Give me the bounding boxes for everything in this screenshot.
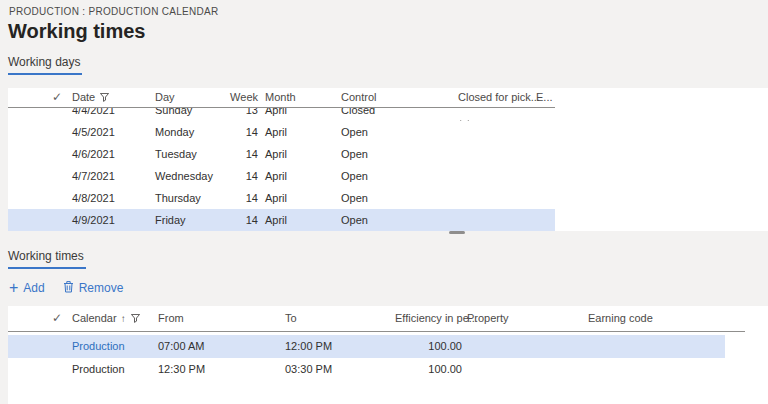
working-days-row[interactable]: 4/8/2021Thursday14AprilOpen: [8, 187, 555, 209]
add-button[interactable]: + Add: [9, 281, 45, 295]
cell-date[interactable]: 4/9/2021: [72, 209, 115, 231]
cell-control[interactable]: Open: [341, 165, 368, 187]
working-days-partial-row[interactable]: 4/4/2021Sunday13AprilClosed: [8, 108, 555, 121]
column-header-e[interactable]: E...: [536, 88, 553, 107]
column-header-calendar[interactable]: Calendar↑: [72, 306, 140, 332]
column-header-date-label: Date: [72, 91, 95, 103]
column-header-property[interactable]: Property: [467, 306, 509, 331]
working-days-row[interactable]: 4/5/2021Monday14AprilOpen: [8, 121, 555, 143]
cell-date[interactable]: 4/6/2021: [72, 143, 115, 165]
working-days-row[interactable]: 4/6/2021Tuesday14AprilOpen: [8, 143, 555, 165]
working-days-row[interactable]: 4/7/2021Wednesday14AprilOpen: [8, 165, 555, 187]
trash-icon: [63, 280, 74, 296]
cell-month[interactable]: April: [265, 143, 287, 165]
column-header-day[interactable]: Day: [155, 88, 175, 107]
page-title: Working times: [8, 20, 145, 43]
cell-to[interactable]: 03:30 PM: [285, 358, 332, 381]
tab-working-times-label: Working times: [8, 249, 84, 263]
column-header-from[interactable]: From: [158, 306, 184, 331]
cell-efficiency[interactable]: 100.00: [388, 358, 462, 381]
filter-icon[interactable]: [131, 307, 140, 332]
cell-day[interactable]: Sunday: [155, 108, 192, 121]
column-header-earning-code[interactable]: Earning code: [588, 306, 653, 331]
working-times-toolbar: + Add Remove: [9, 280, 123, 296]
cell-month[interactable]: April: [265, 165, 287, 187]
cell-month[interactable]: April: [265, 121, 287, 143]
remove-button-label: Remove: [79, 281, 124, 295]
cell-week[interactable]: 14: [208, 121, 258, 143]
column-header-date[interactable]: Date: [72, 88, 109, 108]
cell-month[interactable]: April: [265, 108, 287, 121]
sort-ascending-icon: ↑: [121, 313, 126, 324]
cell-month[interactable]: April: [265, 209, 287, 231]
working-days-partial-row-clip: 4/4/2021Sunday13AprilClosed: [8, 108, 768, 121]
column-header-calendar-label: Calendar: [72, 312, 117, 324]
cell-date[interactable]: 4/4/2021: [72, 108, 115, 121]
working-times-header-row: ✓ Calendar↑ From To Efficiency in pe... …: [8, 306, 745, 332]
column-header-month[interactable]: Month: [265, 88, 296, 107]
cell-control[interactable]: Open: [341, 209, 368, 231]
cell-week[interactable]: 14: [208, 165, 258, 187]
cell-control[interactable]: Open: [341, 187, 368, 209]
cell-week[interactable]: 14: [208, 209, 258, 231]
remove-button[interactable]: Remove: [63, 280, 124, 296]
cell-to[interactable]: 12:00 PM: [285, 335, 332, 358]
column-header-week[interactable]: Week: [208, 88, 258, 107]
working-days-header-row: ✓ Date Day Week Month Control Closed for…: [8, 88, 555, 108]
cell-control[interactable]: Open: [341, 121, 368, 143]
column-header-efficiency[interactable]: Efficiency in pe...: [395, 306, 478, 331]
cell-day[interactable]: Monday: [155, 121, 194, 143]
working-times-row[interactable]: Production12:30 PM03:30 PM100.00: [8, 358, 725, 381]
cell-day[interactable]: Thursday: [155, 187, 201, 209]
cell-from[interactable]: 12:30 PM: [158, 358, 205, 381]
cell-week[interactable]: 14: [208, 143, 258, 165]
column-header-to[interactable]: To: [285, 306, 297, 331]
cell-date[interactable]: 4/8/2021: [72, 187, 115, 209]
cell-calendar-link[interactable]: Production: [72, 358, 125, 381]
cell-calendar-link[interactable]: Production: [72, 335, 125, 358]
cell-control[interactable]: Closed: [341, 108, 375, 121]
cell-from[interactable]: 07:00 AM: [158, 335, 204, 358]
column-header-control[interactable]: Control: [341, 88, 376, 107]
working-times-rows: Production07:00 AM12:00 PM100.00Producti…: [8, 335, 768, 381]
breadcrumb: PRODUCTION : PRODUCTION CALENDAR: [9, 6, 219, 17]
filter-icon[interactable]: [100, 89, 109, 108]
cell-week[interactable]: 13: [208, 108, 258, 121]
cell-day[interactable]: Friday: [155, 209, 186, 231]
working-times-grid: ✓ Calendar↑ From To Efficiency in pe... …: [8, 306, 768, 404]
chevron-down-icon[interactable]: [460, 111, 469, 121]
working-times-row[interactable]: Production07:00 AM12:00 PM100.00: [8, 335, 725, 358]
cell-month[interactable]: April: [265, 187, 287, 209]
cell-day[interactable]: Tuesday: [155, 143, 197, 165]
add-button-label: Add: [23, 281, 44, 295]
plus-icon: +: [9, 282, 18, 294]
working-days-rows: 4/5/2021Monday14AprilOpen4/6/2021Tuesday…: [8, 121, 768, 231]
select-all-checkmark-icon[interactable]: ✓: [52, 88, 62, 107]
column-header-closed-for-picking[interactable]: Closed for pick...: [458, 88, 540, 107]
cell-day[interactable]: Wednesday: [155, 165, 213, 187]
cell-date[interactable]: 4/7/2021: [72, 165, 115, 187]
cell-control[interactable]: Open: [341, 143, 368, 165]
working-days-row[interactable]: 4/9/2021Friday14AprilOpen: [8, 209, 555, 231]
tab-working-days-label: Working days: [8, 55, 80, 69]
tab-working-days[interactable]: Working days: [8, 55, 82, 75]
select-all-checkmark-icon[interactable]: ✓: [52, 306, 62, 331]
working-days-grid: ✓ Date Day Week Month Control Closed for…: [8, 88, 768, 231]
cell-date[interactable]: 4/5/2021: [72, 121, 115, 143]
splitter-grip[interactable]: [449, 231, 465, 234]
tab-working-times[interactable]: Working times: [8, 249, 86, 269]
cell-week[interactable]: 14: [208, 187, 258, 209]
cell-efficiency[interactable]: 100.00: [388, 335, 462, 358]
